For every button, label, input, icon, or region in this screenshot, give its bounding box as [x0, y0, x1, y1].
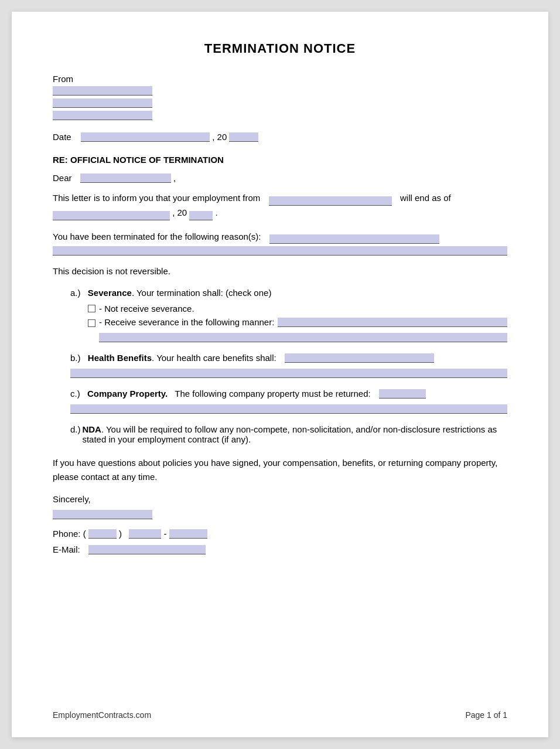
closing-para: If you have questions about policies you… [53, 456, 507, 485]
body1-pre: This letter is to inform you that your e… [53, 193, 260, 203]
signature-field[interactable] [53, 510, 152, 519]
item-b-label-row: b.) Health Benefits. Your health care be… [70, 353, 507, 363]
severance-manner-field-2[interactable] [99, 333, 507, 342]
document-title: TERMINATION NOTICE [53, 41, 507, 56]
sub-a2-pre: - Receive severance in the following man… [99, 317, 274, 327]
footer-right: Page 1 of 1 [465, 710, 507, 720]
body1-suffix: , 20 [172, 207, 187, 217]
sincerely-text: Sincerely, [53, 494, 507, 504]
item-c-text: The following company property must be r… [175, 389, 370, 399]
footer-left: EmploymentContracts.com [53, 710, 151, 720]
item-b-block: b.) Health Benefits. Your health care be… [70, 353, 507, 378]
terminated-pre: You have been terminated for the followi… [53, 231, 261, 241]
sub-a1-text: - Not receive severance. [99, 304, 194, 314]
sincerely-block: Sincerely, [53, 494, 507, 519]
date-section: Date , 20 [53, 132, 507, 142]
phone-mid: ) [119, 529, 122, 539]
email-label: E-Mail: [53, 544, 80, 554]
dear-field[interactable] [80, 173, 171, 183]
re-heading: RE: OFFICIAL NOTICE OF TERMINATION [53, 155, 507, 165]
from-field-2[interactable] [53, 98, 152, 108]
phone-label: Phone: ( [53, 529, 86, 539]
item-c-bold: Company Property. [87, 389, 168, 399]
from-field-1[interactable] [53, 86, 152, 96]
item-c-label-row: c.) Company Property. The following comp… [70, 389, 507, 399]
item-a-label: a.) Severance. Your termination shall: (… [70, 288, 507, 298]
item-c-block: c.) Company Property. The following comp… [70, 389, 507, 414]
sub-item-a1: - Not receive severance. [88, 304, 507, 314]
item-d-bold: NDA [82, 424, 101, 434]
body1-mid: will end as of [400, 193, 451, 203]
body1-of-field-wrap: , 20 . [53, 207, 218, 217]
property-field-1[interactable] [379, 389, 426, 399]
sub-item-a2: - Receive severance in the following man… [88, 317, 507, 342]
phone-dash: - [164, 529, 167, 539]
date-label: Date [53, 132, 71, 142]
item-a-bold: Severance [88, 288, 132, 298]
severance-manner-field-1[interactable] [278, 318, 507, 327]
from-field-3[interactable] [53, 111, 152, 120]
date-suffix: , 20 [212, 132, 227, 142]
dear-comma: , [173, 173, 176, 183]
terminated-para: You have been terminated for the followi… [53, 230, 507, 244]
body1-end: . [216, 207, 218, 217]
item-a-block: a.) Severance. Your termination shall: (… [70, 288, 507, 342]
from-label: From [53, 74, 507, 84]
document-page: TERMINATION NOTICE From Date , 20 RE: OF… [12, 12, 548, 737]
item-d-label-row: d.) NDA. You will be required to follow … [70, 424, 507, 444]
reason-field-2[interactable] [53, 246, 507, 256]
body-para-1: This letter is to inform you that your e… [53, 191, 507, 220]
item-b-bold: Health Benefits [88, 353, 152, 363]
phone-line: Phone: ( ) - [53, 529, 507, 539]
item-b-letter: b.) [70, 353, 81, 363]
item-c-letter: c.) [70, 389, 80, 399]
item-a-text: . Your termination shall: (check one) [132, 288, 271, 298]
phone-prefix-field[interactable] [129, 529, 161, 539]
item-d-text: . You will be required to follow any non… [82, 424, 497, 444]
date-field[interactable] [81, 132, 210, 142]
item-b-text: . Your health care benefits shall: [152, 353, 276, 363]
dear-section: Dear , [53, 173, 507, 183]
reason-field-1[interactable] [269, 234, 439, 244]
sub-a2-row: - Receive severance in the following man… [88, 317, 507, 327]
health-field-1[interactable] [285, 353, 434, 363]
terminated-section: You have been terminated for the followi… [53, 230, 507, 256]
email-line: E-Mail: [53, 544, 507, 554]
footer: EmploymentContracts.com Page 1 of 1 [53, 710, 507, 720]
end-year-field[interactable] [189, 211, 213, 220]
item-d-block: d.) NDA. You will be required to follow … [70, 424, 507, 444]
from-fields [53, 86, 507, 120]
item-d-letter: d.) [70, 424, 81, 434]
checkbox-a1[interactable] [88, 305, 95, 312]
employment-from-field[interactable] [269, 196, 392, 206]
phone-area-field[interactable] [88, 529, 117, 539]
year-field[interactable] [229, 132, 258, 142]
health-field-2[interactable] [70, 369, 507, 378]
phone-number-field[interactable] [169, 529, 207, 539]
end-date-field[interactable] [53, 211, 170, 220]
property-field-2[interactable] [70, 404, 507, 414]
not-reversible: This decision is not reversible. [53, 266, 507, 276]
signature-field-wrap [53, 509, 507, 519]
email-field[interactable] [88, 545, 206, 554]
from-section: From [53, 74, 507, 120]
checkbox-a2[interactable] [88, 319, 95, 327]
item-a-letter: a.) [70, 288, 81, 298]
item-d-text-wrap: NDA. You will be required to follow any … [82, 424, 507, 444]
dear-label: Dear [53, 173, 72, 183]
